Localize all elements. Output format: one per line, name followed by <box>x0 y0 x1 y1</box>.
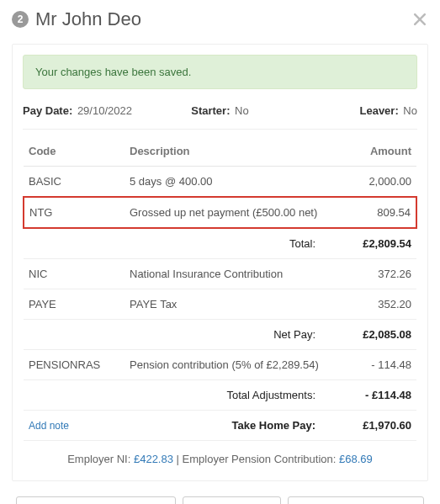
employer-ni-value[interactable]: £422.83 <box>134 453 173 465</box>
cell-amount: - 114.48 <box>332 350 416 380</box>
col-amount: Amount <box>332 136 416 167</box>
leaver-label: Leaver: <box>359 104 398 117</box>
payslip-panel: Your changes have been saved. Pay Date: … <box>12 44 428 481</box>
page-title: Mr John Deo <box>35 8 405 30</box>
cell-description: PAYE Tax <box>125 289 332 320</box>
step-number-badge: 2 <box>12 11 29 28</box>
col-code: Code <box>24 136 125 167</box>
starter-label: Starter: <box>191 104 230 117</box>
table-row: NTGGrossed up net payment (£500.00 net)8… <box>24 197 416 228</box>
cell-amount: 809.54 <box>332 197 416 228</box>
summary-amount: £2,085.08 <box>332 320 416 350</box>
cell-code: NIC <box>24 259 125 289</box>
summary-row: Net Pay:£2,085.08 <box>24 320 416 350</box>
cell-description: Pension contribution (5% of £2,289.54) <box>125 350 332 380</box>
take-home-label: Take Home Pay: <box>125 411 332 441</box>
cell-description: 5 days @ 400.00 <box>125 167 332 198</box>
employer-separator: | <box>177 453 183 465</box>
edit-pay-date-button[interactable]: Edit Pay Date & Starter/Leaver <box>16 496 176 504</box>
take-home-amount: £1,970.60 <box>332 411 416 441</box>
summary-row: Total:£2,809.54 <box>24 228 416 259</box>
employer-ni-label: Employer NI: <box>67 453 130 465</box>
employer-pension-value[interactable]: £68.69 <box>339 453 373 465</box>
cell-amount: 352.20 <box>332 289 416 320</box>
summary-label: Total Adjustments: <box>24 380 332 411</box>
take-home-row: Add noteTake Home Pay:£1,970.60 <box>24 411 416 441</box>
action-buttons: Edit Pay Date & Starter/Leaver Edit Regu… <box>12 481 428 504</box>
add-note-link[interactable]: Add note <box>29 420 69 432</box>
leaver-value: No <box>403 104 417 117</box>
cell-code: BASIC <box>24 167 125 198</box>
starter-value: No <box>235 104 249 117</box>
table-row: BASIC5 days @ 400.002,000.00 <box>24 167 416 198</box>
pay-date-value: 29/10/2022 <box>77 104 132 117</box>
pay-date-label: Pay Date: <box>23 104 72 117</box>
modal-header: 2 Mr John Deo <box>12 8 428 44</box>
cell-code: NTG <box>24 197 125 228</box>
meta-row: Pay Date: 29/10/2022 Starter: No Leaver:… <box>23 104 417 130</box>
table-row: PAYEPAYE Tax352.20 <box>24 289 416 320</box>
cell-code: PAYE <box>24 289 125 320</box>
summary-amount: - £114.48 <box>332 380 416 411</box>
cell-description: Grossed up net payment (£500.00 net) <box>125 197 332 228</box>
cell-amount: 372.26 <box>332 259 416 289</box>
summary-label: Total: <box>24 228 332 259</box>
edit-regular-pay-button[interactable]: Edit Regular Pay <box>183 496 280 504</box>
employer-pension-label: Employer Pension Contribution: <box>183 453 337 465</box>
col-description: Description <box>125 136 332 167</box>
edit-additions-deductions-button[interactable]: Edit Additions/Deductions <box>288 496 424 504</box>
table-row: PENSIONRASPension contribution (5% of £2… <box>24 350 416 380</box>
table-row: NICNational Insurance Contribution372.26 <box>24 259 416 289</box>
pay-table: Code Description Amount BASIC5 days @ 40… <box>23 136 417 441</box>
cell-description: National Insurance Contribution <box>125 259 332 289</box>
summary-row: Total Adjustments:- £114.48 <box>24 380 416 411</box>
summary-amount: £2,809.54 <box>332 228 416 259</box>
summary-label: Net Pay: <box>24 320 332 350</box>
success-alert: Your changes have been saved. <box>23 55 417 89</box>
cell-code: PENSIONRAS <box>24 350 125 380</box>
table-head-row: Code Description Amount <box>24 136 416 167</box>
employer-line: Employer NI: £422.83 | Employer Pension … <box>23 441 417 469</box>
add-note-cell: Add note <box>24 411 125 441</box>
cell-amount: 2,000.00 <box>332 167 416 198</box>
close-icon[interactable] <box>411 11 428 28</box>
